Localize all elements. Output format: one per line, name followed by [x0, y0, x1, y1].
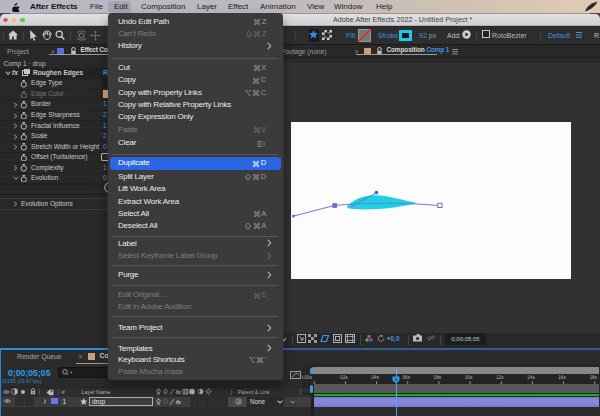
svg-text:fx: fx [176, 399, 182, 405]
svg-text:fx: fx [176, 389, 182, 395]
